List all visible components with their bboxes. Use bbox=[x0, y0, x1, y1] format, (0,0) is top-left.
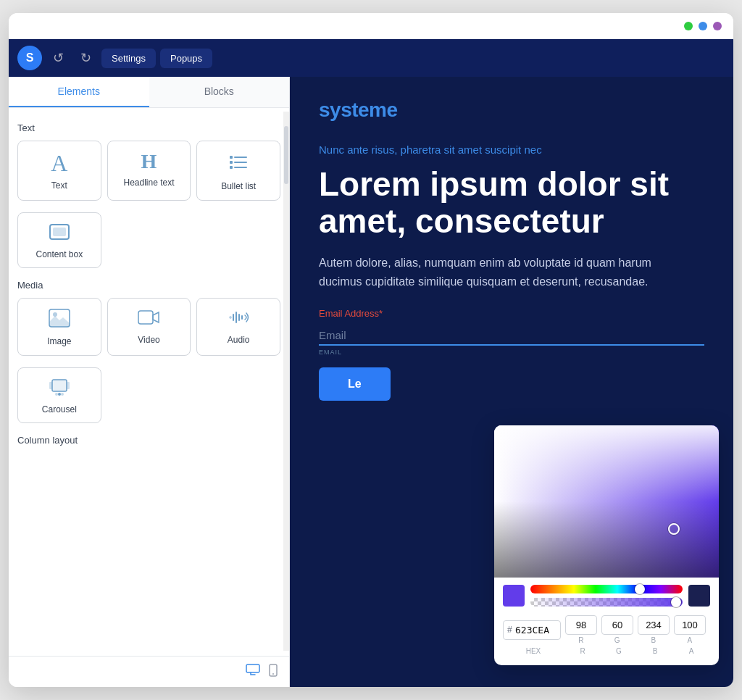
panel-footer bbox=[9, 656, 289, 687]
g-input[interactable] bbox=[601, 615, 633, 635]
svg-rect-1 bbox=[234, 157, 247, 158]
opacity-slider[interactable] bbox=[530, 598, 683, 607]
picker-controls: # R G B bbox=[494, 578, 719, 665]
mobile-icon[interactable] bbox=[269, 664, 278, 680]
element-label-image: Image bbox=[47, 336, 71, 348]
image-icon bbox=[49, 309, 70, 330]
element-card-content-box[interactable]: Content box bbox=[17, 212, 101, 269]
preview-email-label: Email Address* bbox=[319, 308, 704, 319]
traffic-light-blue[interactable] bbox=[699, 22, 707, 30]
picker-hue-row bbox=[503, 585, 710, 607]
b-label: B bbox=[651, 636, 656, 644]
element-card-image[interactable]: Image bbox=[17, 298, 101, 356]
redo-button[interactable]: ↻ bbox=[74, 46, 97, 70]
scrollbar-thumb[interactable] bbox=[284, 126, 288, 184]
svg-point-17 bbox=[61, 393, 64, 396]
video-icon bbox=[138, 309, 159, 329]
element-card-text[interactable]: A Text bbox=[17, 141, 101, 201]
main-area: Elements Blocks Text A Text H H bbox=[9, 77, 733, 687]
element-grid-text: A Text H Headline text bbox=[17, 141, 280, 201]
svg-rect-3 bbox=[234, 162, 247, 163]
hex-label: HEX bbox=[504, 647, 562, 655]
undo-button[interactable]: ↺ bbox=[46, 46, 70, 70]
tab-blocks[interactable]: Blocks bbox=[149, 77, 290, 107]
svg-rect-4 bbox=[230, 166, 233, 169]
element-grid-media: Image Video bbox=[17, 298, 280, 356]
element-card-headline[interactable]: H Headline text bbox=[107, 141, 191, 201]
toolbar: S ↺ ↻ Settings Popups bbox=[9, 39, 733, 77]
b-label-bottom: B bbox=[639, 647, 671, 655]
hex-prefix: # bbox=[507, 625, 512, 635]
b-input[interactable] bbox=[638, 615, 670, 635]
g-label-bottom: G bbox=[603, 647, 635, 655]
settings-button[interactable]: Settings bbox=[101, 49, 156, 68]
svg-rect-18 bbox=[246, 664, 259, 672]
a-input[interactable] bbox=[674, 615, 706, 635]
preview-body: Autem dolore, alias, numquam enim ab vol… bbox=[319, 254, 667, 291]
section-label-media: Media bbox=[17, 280, 280, 291]
element-label-text: Text bbox=[51, 180, 67, 192]
element-grid-carousel: Carousel bbox=[17, 367, 280, 424]
color-swatch bbox=[503, 585, 525, 607]
title-bar bbox=[9, 13, 733, 39]
element-card-carousel[interactable]: Carousel bbox=[17, 367, 101, 424]
preview-input-tag: EMAIL bbox=[319, 349, 342, 356]
left-panel: Elements Blocks Text A Text H H bbox=[9, 77, 290, 687]
picker-channel-b: B bbox=[638, 615, 670, 644]
element-label-headline: Headline text bbox=[123, 178, 174, 189]
element-grid-content: Content box bbox=[17, 212, 280, 269]
a-label: A bbox=[687, 636, 692, 644]
tab-elements[interactable]: Elements bbox=[9, 77, 149, 107]
preview-input-wrap: EMAIL bbox=[319, 323, 704, 346]
desktop-icon[interactable] bbox=[246, 664, 260, 680]
svg-rect-2 bbox=[230, 161, 233, 164]
element-label-audio: Audio bbox=[228, 335, 250, 346]
bullet-icon bbox=[228, 151, 249, 175]
element-card-audio[interactable]: Audio bbox=[196, 298, 280, 356]
panel-tabs: Elements Blocks bbox=[9, 77, 289, 108]
logo-button[interactable]: S bbox=[17, 46, 42, 70]
color-dark-swatch bbox=[688, 585, 710, 607]
canvas-area: systeme Nunc ante risus, pharetra sit am… bbox=[290, 77, 733, 687]
audio-icon bbox=[228, 309, 249, 329]
picker-labels-row: HEX R G B A bbox=[503, 647, 710, 655]
color-picker: # R G B bbox=[494, 425, 719, 665]
r-label-bottom: R bbox=[567, 647, 599, 655]
preview-cta-button[interactable]: Le bbox=[319, 367, 391, 401]
svg-point-15 bbox=[55, 393, 58, 396]
section-label-column: Column layout bbox=[17, 435, 280, 446]
element-card-video[interactable]: Video bbox=[107, 298, 191, 356]
traffic-light-green[interactable] bbox=[684, 22, 693, 30]
svg-rect-5 bbox=[234, 167, 247, 168]
preview-logo: systeme bbox=[319, 99, 704, 122]
picker-channel-r: R bbox=[565, 615, 597, 644]
headline-icon: H bbox=[141, 151, 157, 172]
popups-button[interactable]: Popups bbox=[160, 49, 212, 68]
picker-channel-a: A bbox=[674, 615, 706, 644]
preview-headline: Lorem ipsum dolor sit amet, consectetur bbox=[319, 166, 704, 239]
traffic-light-purple[interactable] bbox=[713, 22, 722, 30]
element-label-bullet: Bullet list bbox=[221, 181, 256, 193]
svg-point-16 bbox=[58, 393, 61, 396]
picker-gradient[interactable] bbox=[494, 425, 719, 578]
element-label-video: Video bbox=[138, 335, 159, 346]
section-label-text: Text bbox=[17, 122, 280, 133]
svg-point-20 bbox=[272, 673, 274, 675]
hue-thumb bbox=[635, 584, 645, 594]
opacity-thumb bbox=[671, 597, 681, 607]
element-card-bullet[interactable]: Bullet list bbox=[196, 141, 280, 201]
a-label-bottom: A bbox=[675, 647, 707, 655]
r-input[interactable] bbox=[565, 615, 597, 635]
g-label: G bbox=[614, 636, 620, 644]
preview-input-row: EMAIL bbox=[319, 323, 704, 346]
svg-rect-13 bbox=[49, 382, 52, 389]
text-icon: A bbox=[51, 151, 67, 175]
r-label: R bbox=[578, 636, 584, 644]
svg-rect-14 bbox=[67, 382, 70, 389]
picker-hex-wrap: # bbox=[503, 620, 561, 640]
hue-slider[interactable] bbox=[530, 585, 683, 593]
picker-values: # R G B bbox=[503, 615, 710, 644]
preview-subtitle: Nunc ante risus, pharetra sit amet susci… bbox=[319, 143, 704, 156]
preview-email-input[interactable] bbox=[319, 323, 704, 346]
svg-rect-12 bbox=[52, 380, 67, 391]
